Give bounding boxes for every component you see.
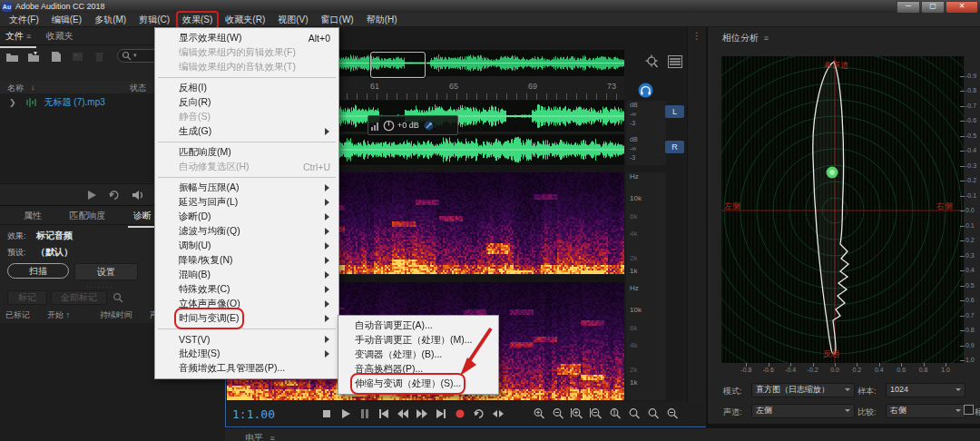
gain-hud[interactable]: +0 dB <box>368 115 458 135</box>
skip-to-end-button[interactable] <box>433 407 450 421</box>
effects-menu-item-18[interactable]: 降噪/恢复(N) <box>155 253 338 268</box>
tab-diagnostics[interactable]: 诊断 <box>128 207 157 228</box>
zoom-out-time-button[interactable] <box>550 407 567 421</box>
samples-dropdown[interactable]: 1024 <box>886 383 965 397</box>
levels-panel-title[interactable]: 电平 <box>245 433 263 441</box>
effects-menu-item-11[interactable]: 自动修复选区(H)Ctrl+U <box>155 160 338 174</box>
minimize-button[interactable]: ─ <box>897 1 920 14</box>
effects-menu-item-14[interactable]: 延迟与回声(L) <box>155 195 338 210</box>
effects-menu-item-22[interactable]: 时间与变调(E) <box>155 311 338 326</box>
spot-zoom-navigator-icon[interactable] <box>644 54 660 69</box>
effects-menu-item-10[interactable]: 匹配响度(M) <box>155 145 338 160</box>
effects-menu-item-16[interactable]: 滤波与均衡(Q) <box>155 224 338 239</box>
effects-menu-item-25[interactable]: 批处理(S) <box>155 347 338 361</box>
trash-icon[interactable] <box>93 50 106 62</box>
menubar-item-4[interactable]: 剪辑(C) <box>134 13 174 27</box>
effects-menu-item-17[interactable]: 调制(U) <box>155 239 338 253</box>
effects-menu-item-24[interactable]: VST(V) <box>155 332 338 347</box>
compare-dropdown[interactable]: 右侧 <box>886 404 965 418</box>
search-icon[interactable] <box>122 51 132 61</box>
channel-layout-icon[interactable] <box>668 55 682 68</box>
menubar-item-1[interactable]: 文件(F) <box>5 13 44 27</box>
tab-properties[interactable]: 属性 <box>18 207 47 226</box>
effects-menu-item-21[interactable]: 立体声声像(O) <box>155 297 338 311</box>
speaker-icon[interactable] <box>132 190 144 201</box>
pin-hud-icon[interactable] <box>424 121 434 131</box>
effects-menu-item-8[interactable]: 生成(G) <box>155 124 338 139</box>
file-name[interactable]: 无标题 (7).mp3 <box>44 96 105 109</box>
effects-menu-item-26[interactable]: 音频增效工具管理器(P)... <box>155 361 338 376</box>
panel-options-icon[interactable]: ⋮ <box>688 31 706 41</box>
zoom-left-selection-button[interactable] <box>626 407 643 421</box>
pause-button[interactable] <box>357 407 374 421</box>
effects-menu-item-3[interactable]: 编辑效果组内的音轨效果(T) <box>155 60 338 74</box>
effects-menu-item-13[interactable]: 振幅与压限(A) <box>155 181 338 195</box>
rewind-button[interactable] <box>395 407 412 421</box>
expand-chevron-icon[interactable]: ❯ <box>9 98 16 107</box>
effects-menu-item-6[interactable]: 反向(R) <box>155 95 338 110</box>
channel-dropdown[interactable]: 左侧 <box>751 404 855 418</box>
loop-playback-icon[interactable] <box>108 190 121 201</box>
effects-menu-item-5[interactable]: 反相(I) <box>155 81 338 95</box>
overview-selection-box[interactable] <box>370 52 426 78</box>
fast-forward-button[interactable] <box>414 407 431 421</box>
zoom-in-time-button[interactable] <box>531 407 548 421</box>
panel-splitter-handle[interactable]: ······· <box>86 284 113 290</box>
stop-button[interactable] <box>318 407 336 421</box>
preset-dropdown[interactable]: （默认） <box>36 246 173 259</box>
open-folder-icon[interactable] <box>5 50 19 62</box>
effect-dropdown[interactable]: 标记音频 <box>36 230 165 242</box>
import-file-icon[interactable] <box>27 50 41 62</box>
collapsed-panel-strip[interactable]: ⋮ <box>687 27 706 426</box>
diag-column-1[interactable]: 已标记 <box>5 309 30 321</box>
menubar-item-3[interactable]: 多轨(M) <box>90 13 131 27</box>
skip-selection-button[interactable] <box>490 407 507 421</box>
gain-knob-icon[interactable] <box>383 120 395 132</box>
record-button[interactable] <box>452 407 469 421</box>
tab-match-loudness[interactable]: 匹配响度 <box>64 207 111 226</box>
zoom-right-selection-button[interactable] <box>645 407 662 421</box>
settings-button[interactable]: 设置 <box>74 263 138 280</box>
tab-files[interactable]: 文件≡ <box>0 27 36 48</box>
zoom-in-selection-button[interactable] <box>569 407 586 421</box>
search-icon[interactable] <box>113 292 123 303</box>
diag-column-3[interactable]: 持续时间 <box>100 309 132 321</box>
mode-dropdown[interactable]: 直方图（日志缩放） <box>751 383 855 397</box>
right-channel-button[interactable]: R <box>665 141 684 153</box>
panel-menu-icon[interactable]: ≡ <box>26 32 31 41</box>
menubar-item-9[interactable]: 帮助(H) <box>362 13 402 27</box>
scan-button[interactable]: 扫描 <box>7 263 69 279</box>
menubar-item-7[interactable]: 视图(V) <box>273 13 312 27</box>
play-button[interactable] <box>338 407 355 421</box>
panel-menu-icon[interactable]: ≡ <box>270 434 274 441</box>
play-icon[interactable] <box>86 190 97 201</box>
mark-button[interactable]: 标记 <box>7 290 47 305</box>
effects-menu-item-15[interactable]: 诊断(D) <box>155 210 338 224</box>
effects-menu-item-2[interactable]: 编辑效果组内的剪辑效果(F) <box>155 45 338 60</box>
time-display[interactable]: 1:1.00 <box>232 407 275 421</box>
effects-menu-item-1[interactable]: 显示效果组(W)Alt+0 <box>155 31 338 45</box>
monitor-headphones-icon[interactable] <box>638 83 653 98</box>
normalize-checkbox[interactable] <box>964 405 974 415</box>
maximize-button[interactable]: ▢ <box>921 1 945 14</box>
tab-favorites[interactable]: 收藏夹 <box>41 27 79 46</box>
left-channel-button[interactable]: L <box>665 105 684 118</box>
menubar-item-2[interactable]: 编辑(E) <box>47 13 86 27</box>
menubar-item-8[interactable]: 窗口(W) <box>317 13 358 27</box>
close-button[interactable]: ✕ <box>946 1 978 14</box>
zoom-out-selection-button[interactable] <box>588 407 605 421</box>
zoom-out-full-button[interactable] <box>664 407 681 421</box>
effects-menu-item-7[interactable]: 静音(S) <box>155 110 338 124</box>
diag-column-2[interactable]: 开始 ↑ <box>47 309 70 321</box>
new-content-icon[interactable] <box>49 50 63 62</box>
mark-all-button[interactable]: 全部标记 <box>51 290 107 305</box>
media-browser-icon[interactable] <box>71 50 84 62</box>
effects-menu-item-19[interactable]: 混响(B) <box>155 268 338 282</box>
loop-playback-button[interactable] <box>471 407 488 421</box>
menubar-item-6[interactable]: 收藏夹(R) <box>220 13 270 27</box>
skip-to-start-button[interactable] <box>376 407 393 421</box>
menubar-item-5[interactable]: 效果(S) <box>178 13 217 27</box>
panel-menu-icon[interactable]: ≡ <box>764 34 769 43</box>
effects-menu-item-20[interactable]: 特殊效果(C) <box>155 282 338 297</box>
zoom-amplitude-button[interactable] <box>607 407 624 421</box>
